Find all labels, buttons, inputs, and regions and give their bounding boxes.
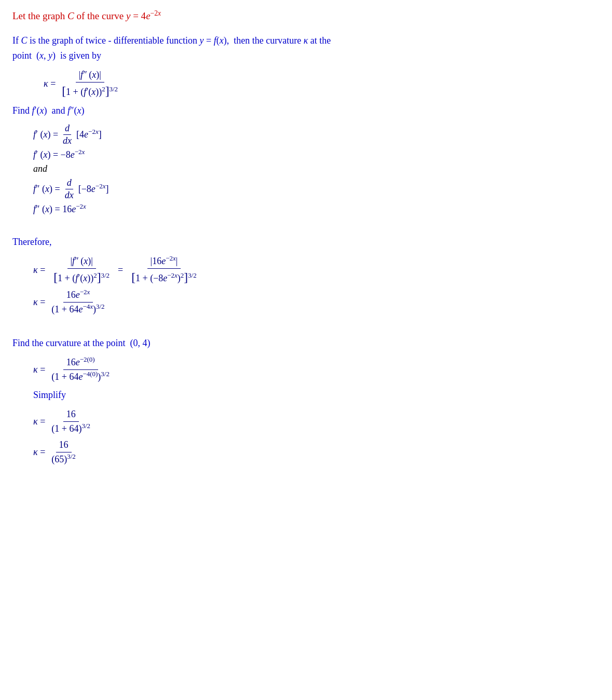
kappa-frac2-right: |16e−2x| [1 + (−8e−2x)2]3/2: [128, 255, 199, 285]
kappa-num-simp1: 16: [63, 408, 79, 422]
fpp-derivative-line: f″ (x) = d dx [−8e−2x]: [33, 177, 600, 201]
curvature-definition: If C is the graph of twice - differentia…: [12, 33, 600, 63]
fp-bracket: [4e−2x]: [76, 129, 102, 140]
kappa-num-at0: 16e−2(0): [63, 356, 98, 370]
kappa-formula-line: κ = |f″ (x)| [1 + (f′(x))2]3/2: [44, 68, 600, 99]
kappa-den3: [1 + (−8e−2x)2]3/2: [128, 269, 199, 285]
kappa-frac2-left: |f″ (x)| [1 + (f′(x))2]3/2: [50, 255, 113, 285]
kappa-num2: |f″ (x)|: [67, 255, 96, 269]
page-title: Let the graph C of the curve y = 4e−2x: [12, 10, 600, 22]
kappa-simplified-line: κ = 16e−2x (1 + 64e−4x)3/2: [33, 289, 600, 316]
kappa-equals: κ =: [44, 78, 56, 89]
kappa-simp2-line: κ = 16 (65)3/2: [33, 438, 600, 466]
fp-derivative-line: f′ (x) = d dx [4e−2x]: [33, 123, 600, 146]
kappa-numerator: |f″ (x)|: [76, 68, 104, 83]
kappa-frac-at0: 16e−2(0) (1 + 64e−4(0))3/2: [48, 356, 113, 383]
and-line: and: [33, 163, 600, 174]
ddx-fraction2: d dx: [63, 177, 75, 201]
fp-result: f′ (x) = −8e−2x: [33, 149, 85, 160]
kappa-simp1-line: κ = 16 (1 + 64)3/2: [33, 408, 600, 435]
kappa-frac-simp2: 16 (65)3/2: [48, 438, 79, 466]
ddx-fraction: d dx: [61, 123, 73, 146]
kappa-therefore-line: κ = |f″ (x)| [1 + (f′(x))2]3/2 = |16e−2x…: [33, 255, 600, 285]
kappa-den4: (1 + 64e−4x)3/2: [48, 303, 107, 316]
if-text: If C is the graph of twice - differentia…: [12, 35, 331, 46]
kappa-denominator: [1 + (f′(x))2]3/2: [59, 83, 121, 99]
find-curvature-label: Find the curvature at the point (0, 4): [12, 336, 600, 351]
therefore-label: Therefore,: [12, 235, 600, 250]
kappa-den2: [1 + (f′(x))2]3/2: [50, 269, 113, 285]
fp-lhs: f′ (x) =: [33, 129, 58, 140]
kappa-eq2-lhs: κ =: [33, 265, 45, 276]
kappa-eq3-lhs: κ =: [33, 297, 45, 308]
kappa-simp1-lhs: κ =: [33, 416, 45, 427]
kappa-num3: |16e−2x|: [147, 255, 181, 269]
fp-result-line: f′ (x) = −8e−2x: [33, 149, 600, 160]
kappa-frac3: 16e−2x (1 + 64e−4x)3/2: [48, 289, 107, 316]
kappa-num4: 16e−2x: [63, 289, 93, 303]
and-text: and: [33, 163, 47, 174]
kappa-den-simp1: (1 + 64)3/2: [48, 422, 93, 435]
fpp-lhs: f″ (x) =: [33, 184, 60, 195]
find-derivatives-label: Find f′(x) and f″(x): [12, 103, 600, 118]
kappa-den-simp2: (65)3/2: [48, 452, 79, 466]
kappa-fraction: |f″ (x)| [1 + (f′(x))2]3/2: [59, 68, 121, 99]
kappa-simp2-lhs: κ =: [33, 447, 45, 458]
fpp-bracket: [−8e−2x]: [78, 184, 109, 195]
fpp-result: f″ (x) = 16e−2x: [33, 204, 86, 215]
kappa-num-simp2: 16: [56, 438, 72, 452]
fpp-result-line: f″ (x) = 16e−2x: [33, 204, 600, 215]
kappa-den-at0: (1 + 64e−4(0))3/2: [48, 370, 113, 383]
simplify-label: Simplify: [33, 388, 600, 403]
kappa-at-0-line: κ = 16e−2(0) (1 + 64e−4(0))3/2: [33, 356, 600, 383]
kappa-frac-simp1: 16 (1 + 64)3/2: [48, 408, 93, 435]
equals-sign2: =: [118, 265, 123, 276]
kappa-at0-lhs: κ =: [33, 364, 45, 375]
point-text: point (x, y) is given by: [12, 50, 101, 61]
